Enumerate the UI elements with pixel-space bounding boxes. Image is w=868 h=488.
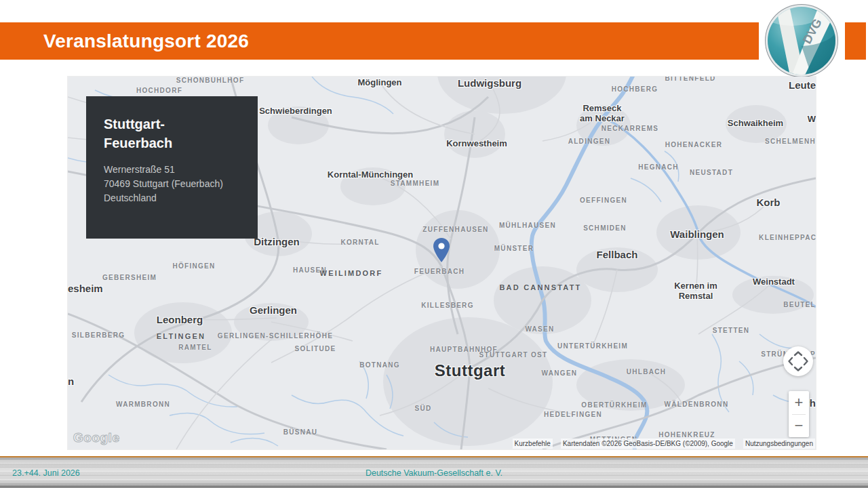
pan-control[interactable] (783, 346, 813, 376)
location-address: Wernerstraße 51 70469 Stuttgart (Feuerba… (104, 163, 240, 205)
zoom-control: + − (789, 391, 809, 437)
terms-link[interactable]: Nutzungsbedingungen (743, 439, 815, 449)
organization-name: Deutsche Vakuum-Gesellschaft e. V. (366, 468, 502, 478)
map-attribution: Kurzbefehle Kartendaten ©2026 GeoBasis-D… (513, 439, 815, 449)
header-bar: Veranslatungsort 2026 (0, 22, 866, 60)
location-title: Stuttgart-Feuerbach (104, 115, 240, 152)
event-date: 23.+44. Juni 2026 (12, 468, 80, 478)
footer-bar: 23.+44. Juni 2026 Deutsche Vakuum-Gesell… (0, 456, 868, 488)
google-logo[interactable]: Google (73, 430, 119, 445)
four-way-arrows-icon (783, 346, 813, 376)
map-canvas[interactable]: MöglingenLudwigsburgSchwieberdingenRemse… (68, 77, 816, 449)
map-data-notice: Kartendaten ©2026 GeoBasis-DE/BKG (©2009… (561, 439, 735, 449)
slide: Veranslatungsort 2026 DVG (0, 0, 868, 488)
zoom-out-button[interactable]: − (789, 414, 809, 437)
dvg-logo-icon: DVG (764, 3, 840, 79)
page-title: Veranslatungsort 2026 (43, 22, 249, 60)
location-info-card: Stuttgart-Feuerbach Wernerstraße 51 7046… (86, 96, 258, 239)
location-pin[interactable] (433, 238, 450, 262)
dvg-logo: DVG (764, 3, 840, 79)
keyboard-shortcuts-link[interactable]: Kurzbefehle (513, 439, 553, 449)
zoom-in-button[interactable]: + (789, 391, 809, 414)
zoom-divider (792, 414, 806, 415)
